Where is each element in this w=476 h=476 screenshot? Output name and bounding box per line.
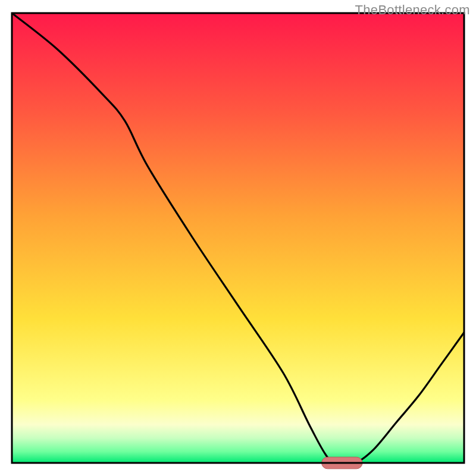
bottleneck-chart [0, 0, 476, 476]
chart-stage: TheBottleneck.com [0, 0, 476, 476]
watermark-text: TheBottleneck.com [355, 2, 470, 18]
gradient-background [12, 13, 464, 463]
